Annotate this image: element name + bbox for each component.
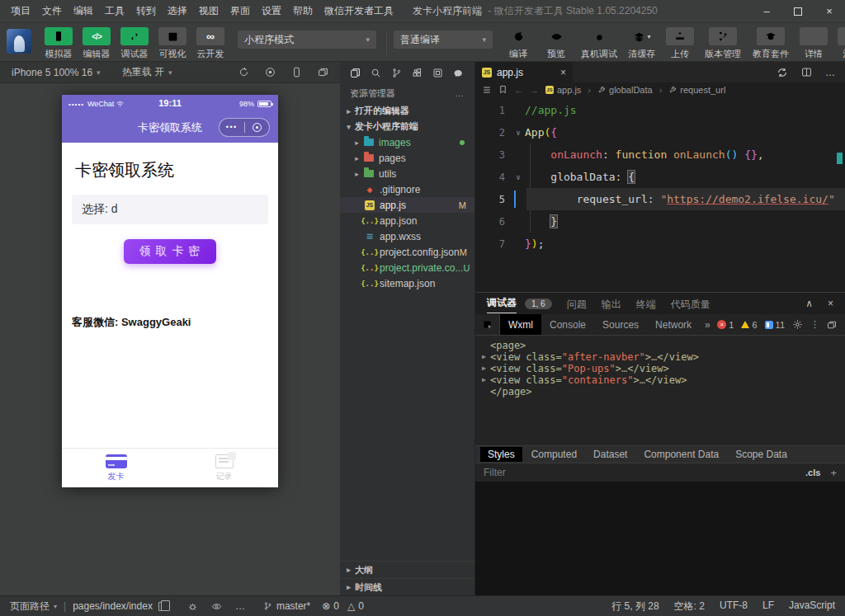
expand-arrow-icon[interactable]: ▶ <box>482 363 490 374</box>
menu-item[interactable]: 选择 <box>162 4 193 18</box>
visualization-toggle-button[interactable]: 可视化 <box>153 27 191 60</box>
menu-item[interactable]: 帮助 <box>287 4 319 18</box>
file-sitemap-json[interactable]: {..} sitemap.json <box>340 275 474 291</box>
wxml-node[interactable]: <page> <box>482 340 845 351</box>
more-actions-icon[interactable]: … <box>235 600 245 612</box>
compile-select[interactable]: 普通编译 ▾ <box>394 31 493 49</box>
multi-window-icon[interactable] <box>318 67 328 78</box>
editor-toggle-button[interactable]: </> 编辑器 <box>78 27 116 60</box>
tab-debugger[interactable]: 调试器 <box>487 294 517 313</box>
tab-dataset[interactable]: Dataset <box>586 447 635 462</box>
wxml-node[interactable]: </page> <box>482 386 845 397</box>
statusbar-segment[interactable]: 行 5, 列 28 <box>611 600 659 614</box>
compile-button[interactable]: 编译 <box>499 27 537 60</box>
eye-icon[interactable] <box>211 600 222 612</box>
tab-code-quality[interactable]: 代码质量 <box>671 296 710 312</box>
statusbar-segment[interactable]: 空格: 2 <box>674 600 705 614</box>
outline-list-icon[interactable] <box>482 85 492 95</box>
bug-icon[interactable] <box>187 600 198 612</box>
statusbar-segment[interactable]: LF <box>762 600 774 614</box>
extensions-icon[interactable] <box>412 68 422 78</box>
warning-count[interactable]: 6 <box>741 320 757 330</box>
record-icon[interactable] <box>265 67 276 78</box>
close-button[interactable]: × <box>814 0 845 23</box>
menu-item[interactable]: 界面 <box>224 4 256 18</box>
restart-icon[interactable] <box>238 67 249 78</box>
gear-icon[interactable] <box>792 319 803 330</box>
expand-arrow-icon[interactable]: ▶ <box>482 374 490 386</box>
more-actions-icon[interactable]: … <box>455 88 465 98</box>
tab-styles[interactable]: Styles <box>480 447 522 462</box>
maximize-button[interactable] <box>782 0 814 23</box>
tab-problems[interactable]: 问题 <box>567 296 587 312</box>
wxml-node[interactable]: ▶<view class="after-navber">…</view> <box>482 351 845 363</box>
close-panel-icon[interactable]: × <box>828 298 833 309</box>
bookmark-icon[interactable] <box>498 85 507 94</box>
menu-item[interactable]: 视图 <box>193 4 224 18</box>
device-select[interactable]: iPhone 5 100% 16 ▾ <box>12 67 101 78</box>
forward-arrow-icon[interactable]: → <box>530 85 539 95</box>
menu-item[interactable]: 微信开发者工具 <box>319 4 399 18</box>
tab-app-js[interactable]: JS app.js × <box>475 62 573 82</box>
menu-item[interactable]: 工具 <box>99 4 130 18</box>
file-app-js[interactable]: JS app.js M <box>340 197 474 213</box>
clear-cache-button[interactable]: ▾ 清缓存 <box>623 27 661 60</box>
tab-records[interactable]: 记录 <box>170 449 278 487</box>
cloud-dev-toggle-button[interactable]: ∞ 云开发 <box>191 27 229 60</box>
folder-images[interactable]: ▸ images <box>340 134 474 150</box>
more-dots-icon[interactable]: ••• <box>220 124 244 131</box>
wechat-logo-icon[interactable] <box>453 68 465 78</box>
close-tab-icon[interactable]: × <box>560 67 566 78</box>
back-arrow-icon[interactable]: ← <box>514 85 523 95</box>
code-editor[interactable]: 1//app.js2∨App({3 onLaunch: function onL… <box>475 96 845 292</box>
devtools-tab-network[interactable]: Network <box>647 314 700 335</box>
project-root-section[interactable]: ▾ 发卡小程序前端 <box>340 119 474 134</box>
page-path-selector[interactable]: 页面路径 <box>10 600 50 614</box>
tab-output[interactable]: 输出 <box>602 296 621 312</box>
source-control-icon[interactable] <box>391 68 402 78</box>
files-icon[interactable] <box>350 68 361 78</box>
file-app-wxss[interactable]: ≡ app.wxss <box>340 228 474 244</box>
menu-item[interactable]: 转到 <box>130 4 162 18</box>
menu-item[interactable]: 编辑 <box>68 4 99 18</box>
category-picker[interactable]: 选择: d <box>72 195 268 224</box>
user-avatar[interactable] <box>7 29 31 54</box>
problems-status[interactable]: ⊗ 0 △ 0 <box>322 600 364 612</box>
preview-button[interactable]: 预览 <box>537 27 575 60</box>
split-editor-icon[interactable] <box>801 67 812 78</box>
tab-scope-data[interactable]: Scope Data <box>728 447 795 462</box>
copy-path-icon[interactable] <box>158 602 166 611</box>
breadcrumb-request-url[interactable]: request_url <box>668 85 725 95</box>
menu-item[interactable]: 设置 <box>256 4 287 18</box>
statusbar-segment[interactable]: JavaScript <box>789 600 835 614</box>
breadcrumb-file[interactable]: JS app.js <box>545 85 581 95</box>
wxml-node[interactable]: ▶<view class="containers">…</view> <box>482 374 845 386</box>
mode-select[interactable]: 小程序模式 ▾ <box>238 31 376 49</box>
menu-item[interactable]: 文件 <box>36 4 68 18</box>
hot-reload-select[interactable]: 热重载 开 ▾ <box>122 65 172 79</box>
tab-terminal[interactable]: 终端 <box>636 296 656 312</box>
sync-icon[interactable] <box>777 67 788 78</box>
open-editors-section[interactable]: ▸ 打开的编辑器 <box>340 103 474 119</box>
devtools-tab-console[interactable]: Console <box>541 314 594 335</box>
add-rule-icon[interactable]: + <box>830 467 837 479</box>
get-card-button[interactable]: 领 取 卡 密 <box>124 239 216 264</box>
timeline-section[interactable]: ▸ 时间线 <box>340 578 474 595</box>
breadcrumb-globaldata[interactable]: globalData <box>597 85 653 95</box>
messages-button[interactable]: 消息 <box>833 27 845 60</box>
tab-computed[interactable]: Computed <box>524 447 584 462</box>
education-kit-button[interactable]: 教育套件 <box>747 27 795 60</box>
tab-component-data[interactable]: Component Data <box>636 447 726 462</box>
file-app-json[interactable]: {..} app.json <box>340 213 474 228</box>
file-project-private[interactable]: {..} project.private.co... U <box>340 260 474 275</box>
details-button[interactable]: 详情 <box>795 27 833 60</box>
folder-utils[interactable]: ▸ utils <box>340 166 474 181</box>
capsule-menu[interactable]: ••• <box>219 118 270 137</box>
remote-debug-button[interactable]: 真机调试 <box>575 27 623 60</box>
statusbar-segment[interactable]: UTF-8 <box>720 600 748 614</box>
wxml-node[interactable]: ▶<view class="Pop-ups">…</view> <box>482 363 845 374</box>
close-target-icon[interactable] <box>245 123 270 132</box>
version-control-button[interactable]: 版本管理 <box>699 27 747 60</box>
devtools-tab-wxml[interactable]: Wxml <box>500 314 541 335</box>
menu-item[interactable]: 项目 <box>5 4 36 18</box>
